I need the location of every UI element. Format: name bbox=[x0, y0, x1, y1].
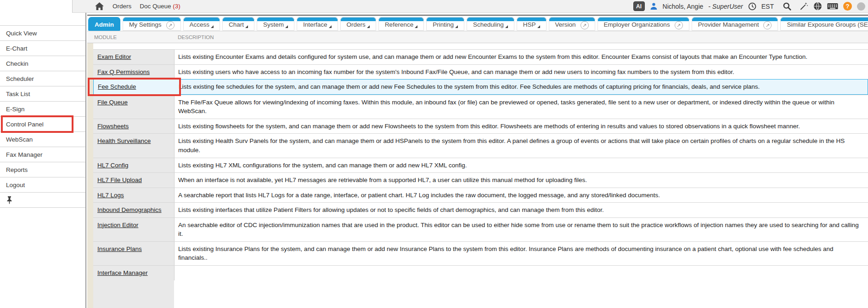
tab-scheduling[interactable]: Scheduling bbox=[467, 17, 514, 31]
tab-provider-management[interactable]: Provider Management ↗ bbox=[692, 17, 778, 31]
module-cell: Fee Schedule bbox=[94, 80, 175, 94]
pin-icon[interactable] bbox=[6, 196, 13, 204]
external-link-icon[interactable]: ↗ bbox=[763, 21, 772, 29]
module-link-fax-q-permissions[interactable]: Fax Q Permissions bbox=[97, 68, 150, 75]
sidebar-item-e-chart[interactable]: E-Chart bbox=[0, 41, 85, 56]
tab-label: Reference bbox=[385, 21, 417, 29]
module-link-interface-manager[interactable]: Interface Manager bbox=[97, 269, 148, 276]
sidebar-item-reports[interactable]: Reports bbox=[0, 162, 85, 177]
module-link-flowsheets[interactable]: Flowsheets bbox=[97, 123, 129, 130]
main-content: Admin My Settings ↗ Access Chart System … bbox=[87, 13, 868, 308]
tab-employer-organizations[interactable]: Employer Organizations ↗ bbox=[597, 17, 689, 31]
tab-label: Employer Organizations bbox=[604, 21, 670, 29]
description-cell: Lists existing users who have access to … bbox=[174, 65, 868, 80]
external-link-icon[interactable]: ↗ bbox=[675, 21, 683, 29]
sidebar-item-e-sign[interactable]: E-Sign bbox=[0, 102, 85, 117]
module-column-header: MODULE bbox=[87, 34, 174, 40]
tab-bar-wrap: Admin My Settings ↗ Access Chart System … bbox=[87, 13, 868, 31]
tab-label: Scheduling bbox=[473, 21, 508, 29]
sidebar-item-logout[interactable]: Logout bbox=[0, 177, 85, 193]
module-link-exam-editor[interactable]: Exam Editor bbox=[97, 53, 131, 60]
ai-logo-badge: AI bbox=[633, 1, 645, 11]
tab-chart[interactable]: Chart bbox=[222, 17, 254, 31]
breadcrumb-orders[interactable]: Orders bbox=[113, 3, 131, 10]
table-header: MODULE DESCRIPTION bbox=[87, 31, 868, 43]
module-cell: Insurance Plans bbox=[93, 242, 174, 265]
table-row-hl7-logs: HL7 Logs A searchable report that lists … bbox=[93, 188, 868, 203]
module-link-hl7-config[interactable]: HL7 Config bbox=[97, 162, 129, 169]
external-link-icon[interactable]: ↗ bbox=[166, 21, 175, 29]
sidebar-item-label: Control Panel bbox=[6, 121, 44, 128]
sidebar-item-webscan[interactable]: WebScan bbox=[0, 132, 85, 147]
module-cell: Injection Editor bbox=[93, 218, 174, 241]
module-cell: File Queue bbox=[93, 95, 174, 119]
sidebar-item-fax-manager[interactable]: Fax Manager bbox=[0, 147, 85, 162]
breadcrumb: Orders Doc Queue (3) bbox=[73, 2, 180, 11]
tab-label: Similar Exposure Groups (SEGs) bbox=[787, 21, 868, 29]
module-cell: Flowsheets bbox=[93, 119, 174, 134]
sidebar-item-quick-view[interactable]: Quick View bbox=[0, 26, 85, 41]
tab-my-settings[interactable]: My Settings ↗ bbox=[123, 17, 181, 31]
wand-icon[interactable] bbox=[800, 2, 808, 11]
user-icon[interactable] bbox=[650, 2, 658, 10]
tab-label: Admin bbox=[95, 21, 114, 29]
module-cell: Inbound Demographics bbox=[93, 203, 174, 217]
module-link-inbound-demographics[interactable]: Inbound Demographics bbox=[97, 206, 162, 213]
tab-interface[interactable]: Interface bbox=[297, 17, 338, 31]
sidebar-item-label: Checkin bbox=[6, 60, 28, 67]
table-row-exam-editor: Exam Editor Lists existing Encounter Exa… bbox=[93, 49, 868, 64]
sidebar-item-control-panel[interactable]: Control Panel bbox=[0, 117, 85, 132]
globe-icon[interactable] bbox=[813, 2, 822, 11]
sidebar-item-label: Task List bbox=[6, 91, 30, 97]
module-link-hl7-logs[interactable]: HL7 Logs bbox=[97, 192, 124, 199]
module-link-hl7-file-upload[interactable]: HL7 File Upload bbox=[97, 177, 142, 183]
description-cell: Lists existing interfaces that utilize P… bbox=[174, 203, 868, 217]
tab-label: Orders bbox=[347, 21, 370, 29]
search-icon[interactable] bbox=[783, 2, 792, 11]
module-cell: HL7 Config bbox=[93, 158, 174, 173]
module-link-health-surveillance[interactable]: Health Surveillance bbox=[97, 137, 151, 144]
tab-similar-exposure-groups-segs[interactable]: Similar Exposure Groups (SEGs) ↗ bbox=[780, 17, 868, 31]
table-row-interface-manager: Interface Manager bbox=[93, 265, 868, 280]
tab-top-divider bbox=[87, 15, 868, 16]
topbar-actions: AI Nichols, Angie - SuperUser EST ? bbox=[633, 1, 868, 11]
sidebar-item-label: Scheduler bbox=[6, 75, 34, 82]
sidebar-item-label: Reports bbox=[6, 166, 28, 173]
sidebar-item-task-list[interactable]: Task List bbox=[0, 86, 85, 102]
tab-admin[interactable]: Admin bbox=[88, 17, 120, 31]
user-name[interactable]: Nichols, Angie bbox=[663, 3, 704, 10]
home-icon[interactable] bbox=[95, 2, 104, 11]
table-row-fee-schedule: Fee Schedule Lists existing fee schedule… bbox=[93, 79, 868, 95]
description-cell: A searchable report that lists HL7 Logs … bbox=[174, 188, 868, 203]
sidebar-item-checkin[interactable]: Checkin bbox=[0, 56, 85, 71]
sidebar-item-scheduler[interactable]: Scheduler bbox=[0, 71, 85, 86]
external-link-icon[interactable]: ↗ bbox=[581, 21, 589, 29]
module-link-insurance-plans[interactable]: Insurance Plans bbox=[97, 245, 142, 252]
breadcrumb-doc-queue[interactable]: Doc Queue (3) bbox=[140, 3, 180, 10]
tab-reference[interactable]: Reference bbox=[378, 17, 424, 31]
tab-bar: Admin My Settings ↗ Access Chart System … bbox=[88, 17, 868, 31]
tab-label: Version bbox=[555, 21, 576, 29]
table-row-health-surveillance: Health Surveillance Lists existing Healt… bbox=[93, 133, 868, 157]
tab-version[interactable]: Version ↗ bbox=[549, 17, 595, 31]
tab-access[interactable]: Access bbox=[183, 17, 220, 31]
table-rows: Exam Editor Lists existing Encounter Exa… bbox=[87, 49, 868, 280]
description-cell bbox=[174, 266, 868, 280]
left-sidebar: Quick View E-Chart Checkin Scheduler Tas… bbox=[0, 0, 86, 308]
doc-queue-count-badge: (3) bbox=[173, 3, 180, 10]
tab-hsp[interactable]: HSP bbox=[517, 17, 547, 31]
tab-printing[interactable]: Printing bbox=[426, 17, 464, 31]
sidebar-item-label: WebScan bbox=[6, 136, 33, 143]
help-icon[interactable]: ? bbox=[843, 2, 852, 11]
module-link-fee-schedule[interactable]: Fee Schedule bbox=[98, 83, 136, 90]
module-link-injection-editor[interactable]: Injection Editor bbox=[97, 222, 138, 228]
keyboard-icon[interactable] bbox=[827, 2, 838, 10]
description-cell: Lists existing HL7 XML configurations fo… bbox=[174, 158, 868, 173]
module-link-file-queue[interactable]: File Queue bbox=[97, 99, 128, 106]
description-cell: Lists existing Health Surv Panels for th… bbox=[174, 134, 868, 157]
tab-system[interactable]: System bbox=[257, 17, 294, 31]
module-cell: Health Surveillance bbox=[93, 134, 174, 157]
tab-orders[interactable]: Orders bbox=[340, 17, 376, 31]
module-cell: HL7 File Upload bbox=[93, 173, 174, 188]
module-cell: Exam Editor bbox=[93, 50, 174, 64]
